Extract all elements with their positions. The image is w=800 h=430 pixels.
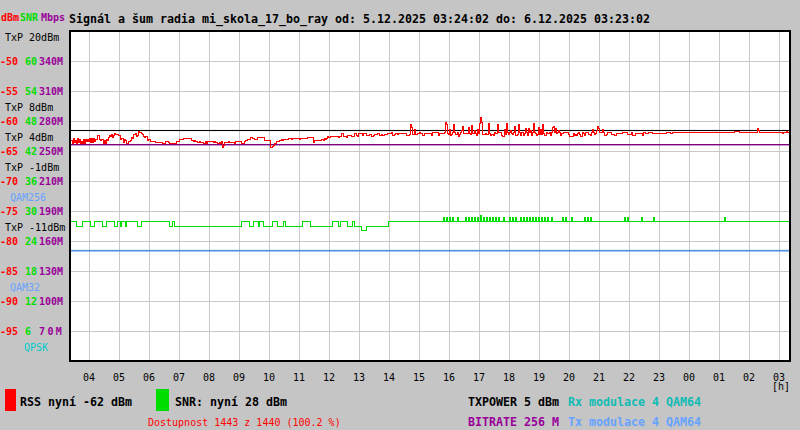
mbps-axis-caption: Mbps bbox=[41, 11, 65, 24]
hour-tick-label: 10 bbox=[263, 371, 276, 384]
grid-vline bbox=[689, 32, 690, 360]
mbps-tick: 130M bbox=[39, 265, 63, 278]
y-axis-tick-row: -9012100M bbox=[0, 295, 69, 308]
mbps-tick: 210M bbox=[39, 175, 63, 188]
mbps-tick: 160M bbox=[39, 235, 63, 248]
plot-background bbox=[69, 30, 791, 362]
mbps-tick: 310M bbox=[39, 85, 63, 98]
grid-vline bbox=[509, 32, 510, 360]
plot-frame-bottom bbox=[69, 360, 791, 362]
grid-hline bbox=[71, 331, 789, 332]
mbps-tick: 340M bbox=[39, 55, 63, 68]
grid-hline bbox=[71, 181, 789, 182]
hour-tick-label: 09 bbox=[233, 371, 246, 384]
grid-vline bbox=[569, 32, 570, 360]
dbm-tick: -65 bbox=[0, 145, 18, 158]
dbm-tick: -55 bbox=[0, 85, 18, 98]
hour-tick-label: 07 bbox=[173, 371, 186, 384]
mbps-tick: 190M bbox=[39, 205, 63, 218]
y-axis-tick-row: -8024160M bbox=[0, 235, 69, 248]
grid-vline bbox=[629, 32, 630, 360]
tx-modulation-label: Tx modulace 4 QAM64 bbox=[568, 415, 701, 429]
grid-vline bbox=[599, 32, 600, 360]
x-axis-unit-label: [h] bbox=[772, 380, 790, 393]
hour-tick-label: 23 bbox=[653, 371, 666, 384]
txpower-label: TXPOWER 5 dBm bbox=[468, 395, 559, 409]
snr-legend-label: SNR: nyní 28 dBm bbox=[175, 395, 287, 409]
grid-vline bbox=[209, 32, 210, 360]
dbm-tick: -75 bbox=[0, 205, 18, 218]
grid-hline bbox=[71, 91, 789, 92]
grid-hline bbox=[71, 241, 789, 242]
mbps-tick: 250M bbox=[39, 145, 63, 158]
hour-tick-label: 11 bbox=[293, 371, 306, 384]
dbm-tick: -70 bbox=[0, 175, 18, 188]
dbm-tick: -85 bbox=[0, 265, 18, 278]
snr-legend-swatch bbox=[156, 389, 169, 411]
grid-vline bbox=[299, 32, 300, 360]
grid-vline bbox=[479, 32, 480, 360]
snr-tick: 42 bbox=[25, 145, 37, 158]
hour-tick-label: 08 bbox=[203, 371, 216, 384]
txpower-line bbox=[71, 130, 789, 131]
bitrate-line bbox=[71, 144, 789, 145]
hour-tick-label: 06 bbox=[143, 371, 156, 384]
dbm-axis-caption: dBm bbox=[1, 11, 19, 24]
y-axis-tick-row: -7036210M bbox=[0, 175, 69, 188]
snr-tick: 54 bbox=[25, 85, 37, 98]
rss-legend-label: RSS nyní -62 dBm bbox=[20, 395, 132, 409]
snr-tick: 30 bbox=[25, 205, 37, 218]
snr-tick: 48 bbox=[25, 115, 37, 128]
grid-vline bbox=[749, 32, 750, 360]
grid-vline bbox=[539, 32, 540, 360]
dbm-tick: -60 bbox=[0, 115, 18, 128]
grid-vline bbox=[389, 32, 390, 360]
grid-vline bbox=[779, 32, 780, 360]
hour-tick-label: 01 bbox=[713, 371, 726, 384]
dbm-tick: -50 bbox=[0, 55, 18, 68]
modulation-scale-label: QPSK bbox=[24, 341, 48, 354]
hour-tick-label: 02 bbox=[743, 371, 756, 384]
grid-hline bbox=[71, 211, 789, 212]
grid-hline bbox=[71, 151, 789, 152]
hour-tick-label: 19 bbox=[533, 371, 546, 384]
hour-tick-label: 16 bbox=[443, 371, 456, 384]
txp-scale-label: TxP 20dBm bbox=[5, 31, 59, 44]
hour-tick-label: 17 bbox=[473, 371, 486, 384]
hour-tick-label: 20 bbox=[563, 371, 576, 384]
hour-tick-label: 15 bbox=[413, 371, 426, 384]
plot-frame-right bbox=[789, 30, 791, 362]
snr-tick: 6 bbox=[25, 325, 31, 338]
hour-tick-label: 14 bbox=[383, 371, 396, 384]
bitrate-label: BITRATE 256 M bbox=[468, 415, 559, 429]
grid-vline bbox=[719, 32, 720, 360]
plot-frame-left bbox=[69, 30, 71, 362]
dbm-tick: -90 bbox=[0, 295, 18, 308]
grid-vline bbox=[659, 32, 660, 360]
plot-frame-top bbox=[69, 30, 791, 32]
snr-tick: 12 bbox=[25, 295, 37, 308]
page-title: Signál a šum radia mi_skola_17_bo_ray od… bbox=[69, 12, 650, 26]
grid-vline bbox=[419, 32, 420, 360]
snr-tick: 36 bbox=[25, 175, 37, 188]
mbps-tick: 280M bbox=[39, 115, 63, 128]
mbps-tick: 100M bbox=[39, 295, 63, 308]
hour-tick-label: 13 bbox=[353, 371, 366, 384]
txp-scale-label: TxP 4dBm bbox=[5, 131, 53, 144]
grid-vline bbox=[119, 32, 120, 360]
grid-vline bbox=[89, 32, 90, 360]
mbps-tick: 70M bbox=[39, 325, 64, 338]
modulation-threshold-line bbox=[71, 250, 789, 252]
y-axis-tick-row: -6542250M bbox=[0, 145, 69, 158]
grid-vline bbox=[149, 32, 150, 360]
dbm-tick: -80 bbox=[0, 235, 18, 248]
availability-label: Dostupnost 1443 z 1440 (100.2 %) bbox=[148, 416, 341, 429]
snr-tick: 24 bbox=[25, 235, 37, 248]
txp-scale-label: TxP 8dBm bbox=[5, 101, 53, 114]
snr-tick: 60 bbox=[25, 55, 37, 68]
hour-tick-label: 12 bbox=[323, 371, 336, 384]
grid-hline bbox=[71, 271, 789, 272]
grid-vline bbox=[329, 32, 330, 360]
y-axis-tick-row: -95670M bbox=[0, 325, 69, 338]
hour-tick-label: 21 bbox=[593, 371, 606, 384]
